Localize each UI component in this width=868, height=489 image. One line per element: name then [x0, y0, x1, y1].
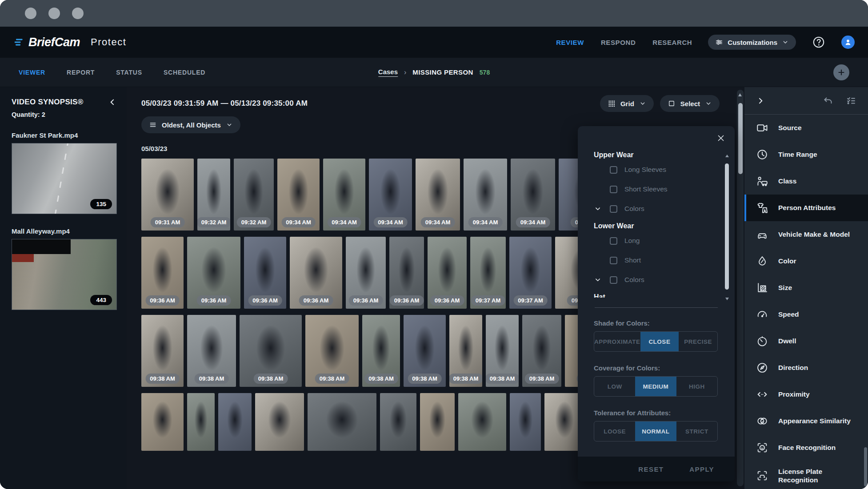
result-thumbnail[interactable]: 09:36 AM [346, 237, 386, 309]
result-thumbnail[interactable]: 09:36 AM [389, 237, 424, 309]
result-thumbnail[interactable]: 09:34 AM [464, 159, 507, 231]
sidebar-item-license-plate-recognition[interactable]: License Plate Recognition [744, 461, 868, 489]
result-thumbnail[interactable]: 09:34 AM [511, 159, 555, 231]
panel-scrollbar[interactable] [725, 152, 729, 305]
panel-scrollbar-thumb[interactable] [725, 163, 729, 290]
attribute-checkbox[interactable] [610, 276, 617, 284]
sidebar-scrollbar-thumb[interactable] [864, 447, 867, 486]
result-thumbnail[interactable]: 09:38 AM [449, 315, 482, 387]
sidebar-item-direction[interactable]: Direction [744, 354, 868, 381]
apply-button[interactable]: APPLY [689, 465, 714, 473]
sidebar-item-size[interactable]: Size [744, 274, 868, 301]
video-thumbnail[interactable]: 443 [12, 239, 117, 310]
result-thumbnail[interactable]: 09:37 AM [509, 237, 552, 309]
result-thumbnail[interactable]: 09:36 AM [290, 237, 342, 309]
result-thumbnail[interactable]: 09:36 AM [187, 237, 240, 309]
result-thumbnail[interactable]: 09:38 AM [404, 315, 446, 387]
sidebar-item-vehicle-make-model[interactable]: Vehicle Make & Model [744, 221, 868, 248]
result-thumbnail[interactable] [141, 393, 184, 451]
customizations-button[interactable]: Customizations [708, 35, 796, 50]
result-thumbnail[interactable] [255, 393, 304, 451]
scrollbar-up-icon[interactable] [738, 93, 742, 96]
result-thumbnail[interactable] [510, 393, 541, 451]
collapse-left-icon[interactable] [108, 98, 117, 107]
segment-normal[interactable]: NORMAL [635, 421, 676, 441]
result-thumbnail[interactable]: 09:38 AM [141, 315, 184, 387]
result-thumbnail[interactable]: 09:38 AM [522, 315, 561, 387]
help-button[interactable] [812, 36, 825, 49]
video-thumbnail[interactable]: 135 [12, 143, 117, 214]
result-thumbnail[interactable]: 09:34 AM [416, 159, 460, 231]
panel-scroll-up-icon[interactable] [725, 155, 729, 157]
segment-approximate[interactable]: APPROXIMATE [594, 332, 640, 351]
segment-medium[interactable]: MEDIUM [635, 377, 676, 396]
attribute-checkbox[interactable] [610, 257, 617, 264]
result-thumbnail[interactable] [218, 393, 252, 451]
result-thumbnail[interactable]: 09:34 AM [323, 159, 365, 231]
result-thumbnail[interactable]: 09:38 AM [362, 315, 400, 387]
sidebar-item-speed[interactable]: Speed [744, 301, 868, 328]
sidebar-item-proximity[interactable]: Proximity [744, 381, 868, 408]
attribute-checkbox[interactable] [610, 166, 617, 174]
grid-view-button[interactable]: Grid [600, 95, 654, 112]
panel-scroll-down-icon[interactable] [725, 298, 729, 300]
sidebar-item-dwell[interactable]: Dwell [744, 328, 868, 354]
user-avatar-button[interactable] [841, 36, 855, 49]
close-icon[interactable] [716, 133, 726, 143]
result-thumbnail[interactable]: 09:38 AM [305, 315, 359, 387]
nav-research[interactable]: RESEARCH [652, 39, 692, 46]
sidebar-item-color[interactable]: Color [744, 248, 868, 274]
main-scrollbar[interactable] [737, 90, 744, 486]
add-button[interactable] [833, 64, 849, 80]
sidebar-item-time-range[interactable]: Time Range [744, 141, 868, 168]
sidebar-item-person-attributes[interactable]: Person Attributes [744, 195, 868, 221]
window-control-dot[interactable] [48, 8, 60, 19]
segment-close[interactable]: CLOSE [640, 332, 679, 351]
tab-viewer[interactable]: VIEWER [19, 69, 45, 76]
tab-report[interactable]: REPORT [67, 69, 95, 76]
window-control-dot[interactable] [72, 8, 84, 19]
result-thumbnail[interactable] [420, 393, 455, 451]
sort-button[interactable]: Oldest, All Objects [141, 116, 240, 133]
segment-low[interactable]: LOW [594, 377, 635, 396]
reset-button[interactable]: RESET [638, 465, 664, 473]
sidebar-item-class[interactable]: Class [744, 168, 868, 195]
tab-scheduled[interactable]: SCHEDULED [164, 69, 205, 76]
attribute-checkbox[interactable] [610, 205, 617, 213]
result-thumbnail[interactable]: 09:36 AM [141, 237, 184, 309]
attribute-checkbox[interactable] [610, 237, 617, 245]
checklist-icon[interactable] [846, 95, 856, 106]
result-thumbnail[interactable] [458, 393, 506, 451]
result-thumbnail[interactable]: 09:36 AM [428, 237, 467, 309]
attribute-checkbox[interactable] [610, 186, 617, 193]
undo-icon[interactable] [823, 95, 833, 106]
window-control-dot[interactable] [25, 8, 36, 19]
chevron-down-icon[interactable] [594, 276, 602, 284]
result-thumbnail[interactable] [380, 393, 416, 451]
result-thumbnail[interactable]: 09:38 AM [486, 315, 519, 387]
collapse-right-icon[interactable] [756, 96, 765, 105]
chevron-down-icon[interactable] [594, 205, 602, 213]
result-thumbnail[interactable]: 09:32 AM [234, 159, 274, 231]
segment-high[interactable]: HIGH [676, 377, 717, 396]
breadcrumb-cases-link[interactable]: Cases [378, 68, 398, 77]
tab-status[interactable]: STATUS [116, 69, 142, 76]
nav-review[interactable]: REVIEW [556, 39, 584, 46]
result-thumbnail[interactable]: 09:38 AM [240, 315, 302, 387]
sidebar-item-face-recognition[interactable]: Face Recognition [744, 434, 868, 461]
sidebar-item-appearance-similarity[interactable]: Appearance Similarity [744, 408, 868, 434]
result-thumbnail[interactable]: 09:34 AM [369, 159, 412, 231]
segment-precise[interactable]: PRECISE [679, 332, 717, 351]
result-thumbnail[interactable] [187, 393, 215, 451]
sidebar-item-source[interactable]: Source [744, 115, 868, 141]
result-thumbnail[interactable]: 09:38 AM [187, 315, 236, 387]
result-thumbnail[interactable]: 09:34 AM [277, 159, 320, 231]
result-thumbnail[interactable] [308, 393, 376, 451]
nav-respond[interactable]: RESPOND [601, 39, 636, 46]
segment-loose[interactable]: LOOSE [594, 421, 635, 441]
scrollbar-thumb[interactable] [738, 103, 743, 174]
segment-strict[interactable]: STRICT [676, 421, 717, 441]
result-thumbnail[interactable]: 09:31 AM [141, 159, 194, 231]
result-thumbnail[interactable]: 09:32 AM [197, 159, 230, 231]
select-button[interactable]: Select [660, 95, 720, 112]
